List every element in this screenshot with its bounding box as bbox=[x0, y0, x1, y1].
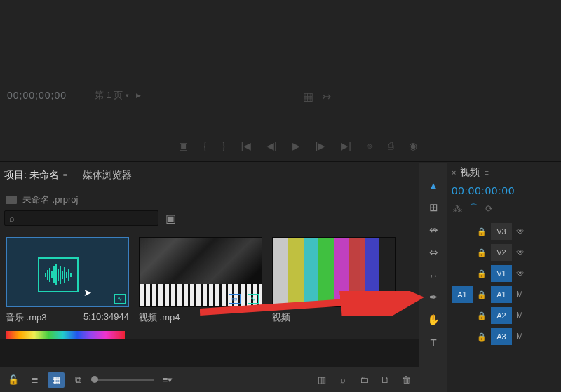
go-to-out-icon[interactable]: ▶| bbox=[341, 140, 351, 151]
audio-badge-icon: ∿ bbox=[114, 294, 126, 304]
audio-track[interactable]: 🔒A2M bbox=[452, 306, 561, 325]
clip-thumbnail bbox=[272, 237, 396, 307]
type-tool[interactable]: T bbox=[424, 333, 442, 351]
bin-icon[interactable] bbox=[6, 196, 17, 204]
hand-tool[interactable]: ✋ bbox=[424, 311, 442, 329]
menu-icon[interactable]: ≡ bbox=[63, 171, 67, 180]
pen-tool[interactable]: ✒ bbox=[424, 288, 442, 306]
audio-track[interactable]: A1🔒A1M bbox=[452, 285, 561, 304]
zoom-slider[interactable] bbox=[91, 379, 154, 381]
color-bars bbox=[273, 238, 395, 306]
trash-icon[interactable]: 🗑 bbox=[398, 372, 414, 388]
step-over-icon[interactable]: ↣ bbox=[322, 90, 331, 103]
tool-palette: ▲ ⊞ ↮ ⇔ ↔ ✒ ✋ T bbox=[419, 163, 447, 392]
chevron-down-icon: ▾ bbox=[126, 92, 129, 99]
sequence-timecode[interactable]: 00:00:00:00 bbox=[452, 184, 561, 196]
list-view-icon[interactable]: ≣ bbox=[27, 372, 42, 388]
close-icon[interactable]: × bbox=[452, 168, 456, 177]
audio-badge-icon: ∿ bbox=[248, 294, 259, 304]
lock-icon[interactable]: 🔒 bbox=[477, 290, 487, 299]
clip-strip[interactable] bbox=[6, 331, 125, 339]
video-badge-icon: ▭ bbox=[229, 294, 241, 304]
lock-icon[interactable]: 🔓 bbox=[6, 372, 21, 388]
settings-icon[interactable]: ▦ bbox=[303, 90, 313, 103]
menu-icon[interactable]: ≡ bbox=[484, 168, 488, 177]
transport-controls: ▣ { } |◀ ◀| ▶ |▶ ▶| ⎆ ⎙ ◉ bbox=[179, 140, 417, 151]
toggle-output-icon[interactable]: 👁 bbox=[516, 269, 529, 278]
clip-item[interactable]: 视频 bbox=[272, 237, 396, 324]
tab-media-browser[interactable]: 媒体浏览器 bbox=[81, 166, 133, 184]
tab-project[interactable]: 项目: 未命名≡ bbox=[3, 166, 69, 184]
clip-name: 视频 .mp4 bbox=[139, 311, 180, 324]
search-input[interactable]: ⌕ bbox=[4, 210, 158, 226]
video-track[interactable]: 🔒V2👁 bbox=[452, 243, 561, 262]
clip-thumbnail: ▭ ∿ bbox=[139, 237, 262, 307]
ripple-tool[interactable]: ↮ bbox=[424, 221, 442, 239]
mute-icon[interactable]: M bbox=[516, 332, 529, 342]
program-monitor: 00;00;00;00 第 1 页 ▾ ▶ ▦ ↣ ▣ { } |◀ ◀| ▶ … bbox=[0, 0, 561, 161]
lock-icon[interactable]: 🔒 bbox=[477, 248, 487, 257]
camera-icon[interactable]: ◉ bbox=[409, 140, 417, 151]
source-patch[interactable]: A1 bbox=[452, 286, 473, 303]
audio-track[interactable]: 🔒A3M bbox=[452, 327, 561, 346]
search-icon: ⌕ bbox=[9, 213, 15, 224]
nest-icon[interactable]: ⁂ bbox=[453, 203, 462, 214]
page-label: 第 1 页 bbox=[95, 89, 123, 102]
sequence-title: 视频 bbox=[460, 166, 480, 179]
marker-icon[interactable]: ▣ bbox=[179, 140, 188, 151]
track-headers: 🔒V3👁🔒V2👁🔒V1👁A1🔒A1M🔒A2M🔒A3M bbox=[452, 222, 561, 346]
lock-icon[interactable]: 🔒 bbox=[477, 269, 487, 278]
play-icon[interactable]: ▶ bbox=[292, 140, 300, 151]
piano-keys bbox=[140, 284, 262, 306]
lock-icon[interactable]: 🔒 bbox=[477, 311, 487, 320]
track-label[interactable]: A2 bbox=[491, 307, 512, 324]
clip-duration: 5:10:34944 bbox=[83, 311, 129, 324]
track-label[interactable]: A1 bbox=[491, 286, 512, 303]
clip-name: 视频 bbox=[272, 311, 290, 324]
track-label[interactable]: V2 bbox=[491, 244, 512, 261]
audio-waveform-icon bbox=[38, 257, 79, 292]
mute-icon[interactable]: M bbox=[516, 290, 529, 299]
cursor-icon: ➤ bbox=[83, 287, 92, 298]
icon-view-icon[interactable]: ▦ bbox=[48, 372, 65, 388]
lock-icon[interactable]: 🔒 bbox=[477, 332, 487, 342]
selection-tool[interactable]: ▲ bbox=[424, 176, 442, 194]
find-folder-button[interactable]: ▣ bbox=[163, 210, 178, 226]
lift-icon[interactable]: ⎆ bbox=[367, 140, 372, 151]
automate-icon[interactable]: ▥ bbox=[314, 372, 330, 388]
new-item-icon[interactable]: 🗋 bbox=[377, 372, 393, 388]
track-label[interactable]: V3 bbox=[491, 223, 512, 240]
rolling-tool[interactable]: ⇔ bbox=[424, 243, 442, 262]
out-bracket-icon[interactable]: } bbox=[222, 140, 226, 151]
page-selector[interactable]: 第 1 页 ▾ ▶ bbox=[95, 89, 141, 102]
new-bin-icon[interactable]: 🗀 bbox=[356, 372, 372, 388]
sequence-tab[interactable]: × 视频 ≡ bbox=[452, 166, 561, 179]
toggle-output-icon[interactable]: 👁 bbox=[516, 248, 529, 257]
track-select-tool[interactable]: ⊞ bbox=[424, 198, 442, 217]
video-track[interactable]: 🔒V3👁 bbox=[452, 222, 561, 241]
track-label[interactable]: A3 bbox=[491, 328, 512, 345]
sort-icon[interactable]: ≡▾ bbox=[160, 372, 175, 388]
track-label[interactable]: V1 bbox=[491, 265, 512, 282]
lock-icon[interactable]: 🔒 bbox=[477, 227, 487, 236]
monitor-timecode[interactable]: 00;00;00;00 bbox=[7, 90, 67, 101]
rate-stretch-tool[interactable]: ↔ bbox=[424, 266, 442, 284]
export-frame-icon[interactable]: ⎙ bbox=[388, 140, 393, 151]
freeform-view-icon[interactable]: ⧉ bbox=[70, 372, 86, 388]
find-icon[interactable]: ⌕ bbox=[335, 372, 351, 388]
clip-thumbnail: ➤ ∿ bbox=[6, 237, 129, 307]
go-to-in-icon[interactable]: |◀ bbox=[241, 140, 251, 151]
timeline-panel: ▲ ⊞ ↮ ⇔ ↔ ✒ ✋ T × 视频 ≡ 00:00:00:00 ⁂ ⌒ ⟳… bbox=[419, 163, 561, 392]
step-forward-icon[interactable]: |▶ bbox=[316, 140, 326, 151]
clip-item[interactable]: ▭ ∿ 视频 .mp4 bbox=[139, 237, 262, 324]
clip-item[interactable]: ➤ ∿ 音乐 .mp3 5:10:34944 bbox=[6, 237, 129, 324]
in-bracket-icon[interactable]: { bbox=[203, 140, 207, 151]
snap-icon[interactable]: ⌒ bbox=[469, 202, 478, 215]
linked-selection-icon[interactable]: ⟳ bbox=[485, 203, 493, 214]
toggle-output-icon[interactable]: 👁 bbox=[516, 227, 529, 236]
mute-icon[interactable]: M bbox=[516, 311, 529, 320]
play-icon: ▶ bbox=[136, 92, 141, 99]
clip-name: 音乐 .mp3 bbox=[6, 311, 47, 324]
video-track[interactable]: 🔒V1👁 bbox=[452, 264, 561, 283]
step-back-icon[interactable]: ◀| bbox=[266, 140, 277, 151]
